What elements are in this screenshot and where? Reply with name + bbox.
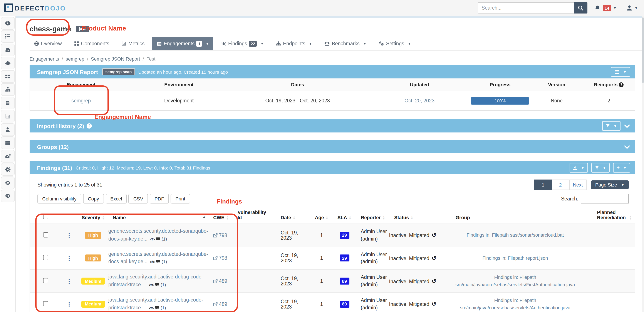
header-planned-remediation[interactable]: Planned Remediation xyxy=(597,210,628,220)
panel-menu-button[interactable]: ▼ xyxy=(611,67,630,77)
row-menu-icon[interactable]: ⋮ xyxy=(66,278,72,284)
global-search-input[interactable] xyxy=(478,2,574,14)
findings-filter-button[interactable]: ▼ xyxy=(591,163,610,173)
notifications-menu[interactable]: 14 ▼ xyxy=(594,5,616,11)
row-checkbox[interactable] xyxy=(43,232,48,237)
group-link[interactable]: Findings in: Filepath report.json xyxy=(450,254,580,262)
findings-download-button[interactable]: ▼ xyxy=(570,163,588,173)
header-cwe[interactable]: CWE xyxy=(213,215,224,220)
import-history-collapse-icon[interactable] xyxy=(624,124,630,128)
external-link-icon xyxy=(213,233,218,237)
history-icon[interactable]: ↺ xyxy=(432,278,436,284)
finding-name-link[interactable]: generic.secrets.security.detected-sonarq… xyxy=(108,227,213,243)
download-caret-icon: ▼ xyxy=(581,166,584,170)
history-icon[interactable]: ↺ xyxy=(432,255,436,261)
row-menu-icon[interactable]: ⋮ xyxy=(66,255,72,261)
breadcrumb-engagements[interactable]: Engagements xyxy=(30,56,59,61)
table-search-label: Search: xyxy=(561,196,578,201)
sidebar-item-users[interactable] xyxy=(1,123,14,136)
sidebar-item-endpoints[interactable] xyxy=(1,83,14,96)
header-age[interactable]: Age xyxy=(315,215,324,220)
cwe-link[interactable]: 798 xyxy=(213,233,227,238)
updated-link[interactable]: Oct. 20, 2023 xyxy=(404,98,434,103)
engagement-link[interactable]: semgrep xyxy=(71,98,91,103)
groups-panel-header[interactable]: Groups (12) xyxy=(30,140,635,153)
cwe-link[interactable]: 798 xyxy=(213,256,227,261)
sidebar-item-logout[interactable] xyxy=(1,190,14,202)
findings-panel-title: Findings (31) xyxy=(37,165,72,171)
group-link[interactable]: Findings in: Filepath src/main/java/core… xyxy=(450,274,580,288)
sidebar-item-findings[interactable] xyxy=(1,57,14,69)
page-1-button[interactable]: 1 xyxy=(534,180,552,190)
finding-name-link[interactable]: java.lang.security.audit.active-debug-co… xyxy=(108,273,213,289)
header-sla[interactable]: SLA xyxy=(338,215,347,220)
select-all-checkbox[interactable] xyxy=(43,214,48,219)
page-size-caret-icon: ▼ xyxy=(621,183,624,187)
sidebar-item-calendar[interactable] xyxy=(1,136,14,149)
header-severity[interactable]: Severity xyxy=(82,215,100,220)
csv-button[interactable]: CSV xyxy=(128,194,148,204)
cwe-link[interactable]: 489 xyxy=(213,301,227,306)
sidebar-item-support[interactable] xyxy=(1,176,14,189)
finding-name-link[interactable]: java.lang.security.audit.active-debug-co… xyxy=(108,296,213,312)
pdf-button[interactable]: PDF xyxy=(150,194,169,204)
row-checkbox[interactable] xyxy=(43,301,48,306)
tab-components[interactable]: Components xyxy=(70,37,114,50)
sidebar-item-list[interactable] xyxy=(1,30,14,43)
search-button[interactable] xyxy=(574,2,587,14)
user-menu[interactable]: ▼ xyxy=(626,5,638,11)
header-name[interactable]: Name xyxy=(113,215,126,220)
defectdojo-logo[interactable]: DEFECT DOJO xyxy=(4,4,66,12)
next-page-button[interactable]: Next xyxy=(569,180,586,190)
breadcrumb-report[interactable]: Semgrep JSON Report xyxy=(91,56,140,61)
sidebar-item-metrics[interactable] xyxy=(1,110,14,122)
reimports-help-icon[interactable]: ? xyxy=(619,82,624,87)
import-history-panel-header[interactable]: Import History (2) ? ▼ xyxy=(30,119,635,132)
import-history-help-icon[interactable]: ? xyxy=(87,123,92,128)
finding-name-link[interactable]: generic.secrets.security.detected-sonarq… xyxy=(108,250,213,266)
product-tab-bar: Overview Components Metrics Engagements … xyxy=(30,37,644,51)
sidebar-item-dashboard[interactable] xyxy=(1,17,14,29)
history-icon[interactable]: ↺ xyxy=(432,301,436,307)
row-checkbox[interactable] xyxy=(43,255,48,260)
history-icon[interactable]: ↺ xyxy=(432,232,436,239)
sidebar-item-components[interactable] xyxy=(1,70,14,83)
sidebar-item-inbox[interactable] xyxy=(1,43,14,56)
row-checkbox[interactable] xyxy=(43,278,48,283)
header-status[interactable]: Status xyxy=(394,215,409,220)
print-button[interactable]: Print xyxy=(170,194,190,204)
copy-button[interactable]: Copy xyxy=(83,194,104,204)
column-visibility-button[interactable]: Column visibility xyxy=(38,194,81,204)
row-menu-icon[interactable]: ⋮ xyxy=(66,232,72,239)
group-link[interactable]: Findings in: Filepath sast/sonar/sonarcl… xyxy=(450,232,580,239)
tab-settings[interactable]: Settings ▼ xyxy=(374,37,416,50)
sidebar-item-reports[interactable] xyxy=(1,96,14,109)
product-name[interactable]: chess-game xyxy=(30,25,71,33)
scrollbar-thumb[interactable] xyxy=(642,18,644,83)
tab-overview[interactable]: Overview xyxy=(30,37,66,50)
findings-add-button[interactable]: + ▼ xyxy=(613,163,630,173)
excel-button[interactable]: Excel xyxy=(106,194,127,204)
tab-engagements[interactable]: Engagements 1 ▼ xyxy=(152,37,213,50)
header-vulnerability-id[interactable]: Vulnerability Id xyxy=(238,210,264,220)
import-history-filter-button[interactable]: ▼ xyxy=(602,121,620,131)
tab-overview-label: Overview xyxy=(41,41,62,46)
header-reporter[interactable]: Reporter xyxy=(361,215,381,220)
row-menu-icon[interactable]: ⋮ xyxy=(66,301,72,307)
cwe-link[interactable]: 489 xyxy=(213,278,227,284)
group-link[interactable]: Findings in: Filepath src/main/java/core… xyxy=(450,297,580,311)
tab-benchmarks[interactable]: Benchmarks ▼ xyxy=(320,37,371,50)
header-group[interactable]: Group xyxy=(456,215,470,220)
tab-endpoints[interactable]: Endpoints ▼ xyxy=(272,37,316,50)
table-search-input[interactable] xyxy=(581,194,629,204)
header-date[interactable]: Date xyxy=(281,215,291,220)
page-size-button[interactable]: Page Size▼ xyxy=(591,180,629,189)
sidebar-item-settings[interactable] xyxy=(1,163,14,176)
scan-type-badge[interactable]: semgrep scan xyxy=(102,68,135,75)
page-2-button[interactable]: 2 xyxy=(552,180,569,190)
tab-findings[interactable]: Findings 22 ▼ xyxy=(217,37,268,50)
groups-collapse-icon[interactable] xyxy=(624,145,630,149)
sidebar-item-products[interactable] xyxy=(1,150,14,162)
tab-metrics[interactable]: Metrics xyxy=(117,37,149,50)
breadcrumb-semgrep[interactable]: semgrep xyxy=(66,56,84,61)
